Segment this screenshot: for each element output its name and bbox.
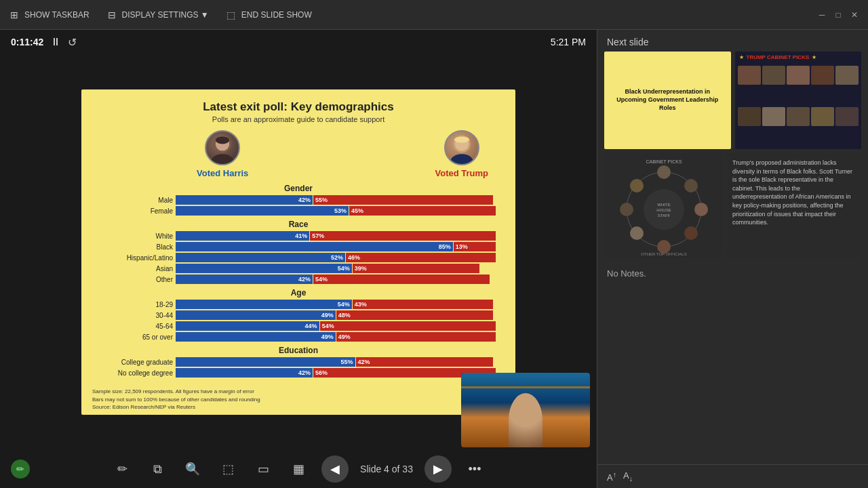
race-header: Race <box>95 220 502 229</box>
male-blue-bar: 42% <box>176 195 313 205</box>
harris-avatar <box>205 130 240 165</box>
svg-point-21 <box>630 179 644 192</box>
current-time: 5:21 PM <box>551 37 586 47</box>
svg-point-3 <box>216 136 229 144</box>
slide-header: 0:11:42 ⏸ ↺ 5:21 PM <box>0 30 597 54</box>
search-tool[interactable]: 🔍 <box>180 457 205 481</box>
maximize-button[interactable]: □ <box>833 9 844 20</box>
next-slide-button[interactable]: ▶ <box>425 455 452 483</box>
show-taskbar-button[interactable]: ⊞ SHOW TASKBAR <box>8 9 90 21</box>
next-slides-row: Black Underrepresentation in Upcoming Go… <box>597 52 868 153</box>
gender-male-row: Male 42% 55% <box>95 195 502 205</box>
svg-point-14 <box>657 165 671 179</box>
next-slide-1-title: Black Underrepresentation in Upcoming Go… <box>610 88 726 112</box>
female-blue-bar: 53% <box>176 206 349 216</box>
pen-indicator[interactable]: ✏ <box>11 460 30 479</box>
end-slideshow-button[interactable]: ⬚ END SLIDE SHOW <box>225 9 312 21</box>
notes-panel-thumb: Trump's proposed administration lacks di… <box>727 153 861 258</box>
next-slide-thumb-2[interactable]: ★ TRUMP CABINET PICKS ★ <box>735 52 862 149</box>
svg-point-16 <box>694 203 708 216</box>
race-black-row: Black 85% 13% <box>95 242 502 251</box>
trump-label: Voted Trump <box>435 168 488 178</box>
next-slide-thumb-1[interactable]: Black Underrepresentation in Upcoming Go… <box>604 52 731 149</box>
slide-title: Latest exit poll: Key demographics <box>95 100 502 114</box>
age-4564-row: 45-64 44% 54% <box>95 321 502 331</box>
video-background <box>461 373 590 447</box>
race-section: Race White 41% 57% Black 85% 13% <box>95 220 502 284</box>
age-header: Age <box>95 288 502 298</box>
close-button[interactable]: ✕ <box>849 9 860 20</box>
camera-tool[interactable]: ▦ <box>286 457 311 481</box>
harris-label: Voted Harris <box>197 168 248 178</box>
prev-slide-button[interactable]: ◀ <box>321 455 349 483</box>
footnote2: Bars may not sum to 100% because of othe… <box>92 396 505 403</box>
slide-footer: Sample size: 22,509 respondents. All fig… <box>92 388 505 411</box>
race-asian-row: Asian 54% 39% <box>95 264 502 273</box>
svg-point-17 <box>684 226 698 240</box>
footnote1: Sample size: 22,509 respondents. All fig… <box>92 388 505 395</box>
pointer-tool[interactable]: ⬚ <box>216 457 240 481</box>
gender-female-bars: 53% 45% <box>176 206 502 216</box>
font-controls: A↑ A↓ <box>597 464 868 488</box>
svg-text:HOUSE: HOUSE <box>656 208 671 212</box>
circular-diagram-thumb[interactable]: CABINET PICKS WHITE HOUSE STAFF OTHER T <box>604 153 723 258</box>
race-hispanic-row: Hispanic/Latino 52% 46% <box>95 253 502 262</box>
slide-area: 0:11:42 ⏸ ↺ 5:21 PM Latest exit poll: Ke… <box>0 30 597 488</box>
panel-text: Trump's proposed administration lacks di… <box>732 159 856 227</box>
age-1829-row: 18-29 54% 43% <box>95 300 502 309</box>
person-figure <box>509 393 542 447</box>
slide-counter: Slide 4 of 33 <box>359 464 414 474</box>
bottom-bar: ✏ ✏ ⧉ 🔍 ⬚ ▭ ▦ ◀ Slide 4 of 33 ▶ ••• <box>0 450 597 488</box>
slide-source: Source: Edison Research/NEP via Reuters <box>92 403 505 411</box>
education-header: Education <box>95 346 502 355</box>
svg-text:CABINET PICKS: CABINET PICKS <box>646 159 682 164</box>
font-increase-button[interactable]: A↑ <box>607 470 616 483</box>
gender-male-label: Male <box>95 197 173 204</box>
end-icon: ⬚ <box>225 9 237 21</box>
harris-candidate: Voted Harris <box>197 130 248 178</box>
screen-tool[interactable]: ▭ <box>251 457 275 481</box>
slide-content: Latest exit poll: Key demographics Polls… <box>81 89 515 415</box>
window-controls: ─ □ ✕ <box>816 9 860 20</box>
font-decrease-button[interactable]: A↓ <box>623 470 633 483</box>
age-65over-row: 65 or over 49% 49% <box>95 332 502 342</box>
male-red-bar: 55% <box>313 195 493 205</box>
svg-point-19 <box>630 226 644 240</box>
display-icon: ⊟ <box>106 9 118 21</box>
cabinet-grid <box>735 63 862 149</box>
copy-tool[interactable]: ⧉ <box>145 457 170 481</box>
next-slide-header: Next slide <box>597 30 868 52</box>
age-section: Age 18-29 54% 43% 30-44 49% 48% <box>95 288 502 342</box>
svg-point-7 <box>454 136 469 142</box>
right-panel: Next slide Black Underrepresentation in … <box>597 30 868 488</box>
pen-tool[interactable]: ✏ <box>110 457 134 481</box>
slide-timer: 0:11:42 <box>11 37 43 47</box>
more-options-button[interactable]: ••• <box>462 457 487 481</box>
refresh-button[interactable]: ↺ <box>68 36 77 49</box>
taskbar-icon: ⊞ <box>8 9 20 21</box>
slide-subtitle: Polls are an approximate guide to candid… <box>95 115 502 123</box>
svg-text:STAFF: STAFF <box>657 214 670 218</box>
race-white-row: White 41% 57% <box>95 231 502 241</box>
trump-candidate: Voted Trump <box>435 130 488 178</box>
video-thumbnail <box>461 373 590 447</box>
gender-female-row: Female 53% 45% <box>95 206 502 216</box>
minimize-button[interactable]: ─ <box>816 9 827 20</box>
gender-header: Gender <box>95 184 502 193</box>
candidate-row: Voted Harris Voted Trump <box>95 130 502 178</box>
svg-point-5 <box>450 154 473 165</box>
svg-point-1 <box>212 154 234 165</box>
notes-area: No Notes. <box>597 262 868 464</box>
age-3044-row: 30-44 49% 48% <box>95 310 502 320</box>
toolbar: ⊞ SHOW TASKBAR ⊟ DISPLAY SETTINGS ▼ ⬚ EN… <box>0 0 868 30</box>
edu-college-row: College graduate 55% 42% <box>95 357 502 367</box>
gender-male-bars: 42% 55% <box>176 195 502 205</box>
notes-text: No Notes. <box>607 268 859 279</box>
svg-point-18 <box>657 240 671 253</box>
edu-nocollege-row: No college degree 42% 56% <box>95 368 502 378</box>
next-slide-2-title: TRUMP CABINET PICKS <box>747 54 810 60</box>
trump-avatar <box>444 130 479 165</box>
pause-button[interactable]: ⏸ <box>50 36 61 48</box>
display-settings-button[interactable]: ⊟ DISPLAY SETTINGS ▼ <box>106 9 209 21</box>
svg-point-15 <box>684 179 698 192</box>
